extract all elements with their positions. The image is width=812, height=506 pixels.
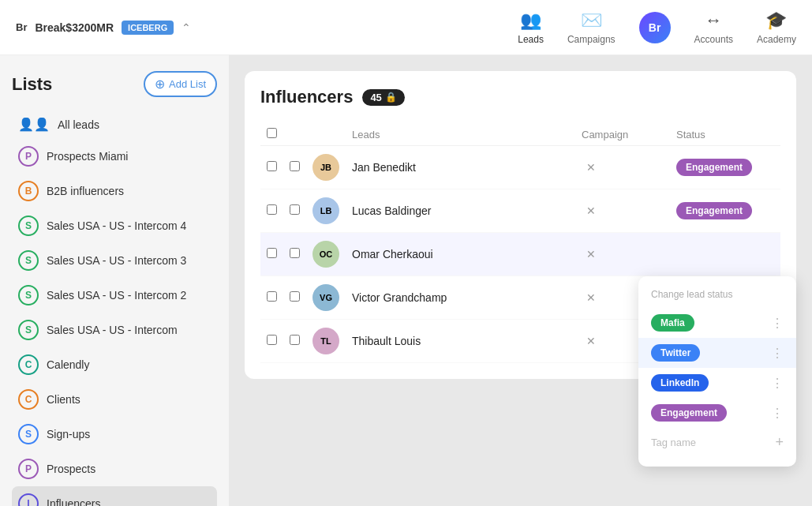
list-icon-s1: S (18, 320, 39, 340)
tag-name-placeholder[interactable]: Tag name (651, 437, 696, 448)
remove-campaign-icon[interactable]: ✕ (582, 290, 601, 305)
sidebar-item-label: Clients (47, 393, 80, 406)
table-row[interactable]: OC Omar Cherkaoui ✕ (260, 233, 780, 276)
col-check2 (283, 123, 306, 146)
row-check2[interactable] (283, 276, 306, 320)
sidebar-item-influencers[interactable]: I Influencers (12, 486, 217, 506)
leads-icon: 👥 (520, 10, 541, 31)
row-check2[interactable] (283, 320, 306, 363)
nav-academy-label: Academy (757, 34, 796, 45)
nav-campaigns[interactable]: ✉️ Campaigns (567, 10, 616, 45)
list-icon-s5: S (18, 424, 39, 444)
dropdown-header: Change lead status (638, 286, 796, 308)
brand-abbr: Br (16, 21, 27, 33)
col-check (260, 123, 283, 146)
dropdown-item-engagement[interactable]: Engagement ⋮ (638, 398, 796, 428)
nav-links: 👥 Leads ✉️ Campaigns Br ↔️ Accounts 🎓 Ac… (518, 10, 796, 45)
sidebar-item-label: Influencers (47, 497, 100, 506)
tag-input-row: Tag name + (638, 428, 796, 457)
dropdown-item-linkedin[interactable]: LinkedIn ⋮ (638, 368, 796, 398)
main-layout: Lists ⊕ Add List 👤👤 All leads P Prospect… (0, 55, 812, 506)
row-check2[interactable] (283, 233, 306, 276)
sidebar-item-sales4[interactable]: S Sales USA - US - Intercom 4 (12, 208, 217, 243)
nav-leads[interactable]: 👥 Leads (518, 10, 544, 45)
row-check[interactable] (260, 320, 283, 363)
count-emoji: 🔒 (385, 92, 397, 103)
sidebar-item-label: Sales USA - US - Intercom 3 (47, 254, 186, 267)
sidebar-item-sales1[interactable]: S Sales USA - US - Intercom (12, 313, 217, 347)
content-area: Influencers 45 🔒 Leads (229, 55, 812, 506)
tag-engagement[interactable]: Engagement (651, 404, 727, 422)
row-check[interactable] (260, 276, 283, 320)
add-list-button[interactable]: ⊕ Add List (144, 71, 217, 97)
user-avatar[interactable]: Br (639, 12, 671, 43)
table-row[interactable]: LB Lucas Baldinger ✕ Engagement (260, 189, 780, 233)
row-check2[interactable] (283, 189, 306, 233)
avatar: LB (312, 197, 339, 224)
table-row[interactable]: JB Jan Benedikt ✕ Engagement (260, 146, 780, 189)
tag-mafia[interactable]: Mafia (651, 314, 694, 332)
sidebar-item-signups[interactable]: S Sign-ups (12, 417, 217, 452)
count-badge: 45 🔒 (362, 89, 404, 106)
sidebar-item-calendly[interactable]: C Calendly (12, 347, 217, 382)
avatar: JB (312, 154, 339, 181)
dots-menu-icon[interactable]: ⋮ (771, 346, 784, 361)
avatar: VG (312, 284, 339, 311)
sidebar-item-label: Prospects (47, 463, 95, 475)
remove-campaign-icon[interactable]: ✕ (582, 203, 601, 219)
sidebar-item-label: B2B influencers (47, 185, 124, 197)
dots-menu-icon[interactable]: ⋮ (771, 406, 784, 421)
panel-title: Influencers (260, 87, 353, 107)
sidebar-header: Lists ⊕ Add List (12, 71, 217, 97)
row-avatar: LB (306, 189, 346, 233)
top-nav: Br Break$3200MR ICEBERG ⌃ 👥 Leads ✉️ Cam… (0, 0, 812, 55)
tag-twitter[interactable]: Twitter (651, 344, 700, 362)
sidebar-list: 👤👤 All leads P Prospects Miami B B2B inf… (12, 110, 217, 506)
sidebar-item-b2b[interactable]: B B2B influencers (12, 174, 217, 208)
sidebar-item-prospects-miami[interactable]: P Prospects Miami (12, 139, 217, 174)
dropdown-arrow-icon[interactable]: ⌃ (181, 21, 191, 34)
add-tag-icon[interactable]: + (775, 434, 784, 451)
row-check[interactable] (260, 189, 283, 233)
dropdown-item-mafia[interactable]: Mafia ⋮ (638, 308, 796, 338)
remove-campaign-icon[interactable]: ✕ (582, 159, 601, 175)
list-icon-p1: P (18, 146, 39, 167)
list-icon-c2: C (18, 389, 39, 410)
iceberg-badge[interactable]: ICEBERG (122, 21, 174, 35)
brand-name: Break$3200MR (35, 21, 114, 34)
remove-campaign-icon[interactable]: ✕ (582, 246, 601, 262)
sidebar-item-all-leads[interactable]: 👤👤 All leads (12, 110, 217, 139)
sidebar-item-clients[interactable]: C Clients (12, 382, 217, 417)
row-campaign: ✕ (575, 189, 670, 233)
dots-menu-icon[interactable]: ⋮ (771, 376, 784, 391)
dots-menu-icon[interactable]: ⋮ (771, 316, 784, 331)
select-all-checkbox[interactable] (267, 128, 277, 138)
row-check[interactable] (260, 233, 283, 276)
list-icon-p2: P (18, 459, 39, 479)
row-campaign: ✕ (575, 233, 670, 276)
nav-accounts[interactable]: ↔️ Accounts (694, 10, 733, 45)
sidebar-item-label: Sales USA - US - Intercom 2 (47, 289, 186, 302)
list-icon-i: I (18, 493, 39, 506)
dropdown-item-twitter[interactable]: Twitter ⋮ (638, 338, 796, 368)
row-check2[interactable] (283, 146, 306, 189)
academy-icon: 🎓 (765, 10, 787, 31)
row-status: Engagement (670, 146, 780, 189)
col-campaign-header: Campaign (575, 123, 670, 146)
row-check[interactable] (260, 146, 283, 189)
sidebar-item-prospects[interactable]: P Prospects (12, 452, 217, 486)
col-avatar (306, 123, 346, 146)
list-icon-b: B (18, 181, 39, 201)
sidebar-item-sales3[interactable]: S Sales USA - US - Intercom 3 (12, 243, 217, 278)
col-leads-header: Leads (346, 123, 575, 146)
nav-academy[interactable]: 🎓 Academy (757, 10, 796, 45)
list-icon-s2: S (18, 285, 39, 305)
sidebar-item-label: Sales USA - US - Intercom 4 (47, 219, 186, 232)
remove-campaign-icon[interactable]: ✕ (582, 333, 601, 349)
row-campaign: ✕ (575, 146, 670, 189)
tag-linkedin[interactable]: LinkedIn (651, 374, 709, 392)
row-status (670, 233, 780, 276)
sidebar-item-sales2[interactable]: S Sales USA - US - Intercom 2 (12, 278, 217, 313)
avatar: OC (312, 241, 339, 268)
nav-accounts-label: Accounts (694, 34, 733, 45)
